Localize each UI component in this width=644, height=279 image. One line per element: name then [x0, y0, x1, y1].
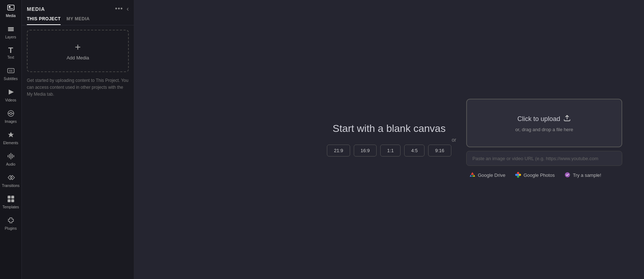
media-hint-text: Get started by uploading content to This… [27, 77, 129, 98]
plugins-icon [7, 216, 15, 225]
add-media-label: Add Media [66, 55, 89, 61]
svg-rect-0 [8, 5, 14, 10]
svg-point-18 [517, 172, 519, 174]
sidebar-label-layers: Layers [5, 35, 16, 39]
canvas-ratios: 21:9 16:9 1:1 4:5 9:16 [327, 145, 451, 157]
elements-icon [7, 131, 15, 140]
sidebar-item-transitions[interactable]: Transitions [0, 170, 21, 191]
sidebar-label-images: Images [5, 120, 17, 124]
svg-point-21 [515, 174, 517, 176]
svg-rect-3 [8, 27, 14, 28]
google-drive-icon [469, 172, 476, 178]
svg-text:CC: CC [9, 70, 12, 72]
drag-drop-text: or, drag and drop a file here [515, 127, 573, 132]
google-photos-icon [515, 172, 521, 178]
sidebar-item-audio[interactable]: Audio [0, 149, 21, 170]
videos-icon [7, 88, 15, 97]
subtitles-icon: CC [7, 67, 15, 76]
upload-options: Google Drive Google Photos [466, 170, 622, 180]
try-sample-icon [564, 172, 571, 178]
svg-rect-14 [11, 196, 14, 199]
click-to-upload-label: Click to upload [517, 115, 560, 123]
sidebar-label-elements: Elements [3, 141, 19, 145]
media-panel-body: + Add Media Get started by uploading con… [22, 30, 134, 279]
tab-this-project[interactable]: THIS PROJECT [27, 16, 61, 25]
images-icon [7, 109, 15, 118]
sidebar-label-videos: Videos [5, 98, 16, 102]
sidebar-item-elements[interactable]: Elements [0, 127, 21, 149]
upload-panel: or Click to upload or, drag and drop a f… [466, 99, 622, 180]
google-photos-button[interactable]: Google Photos [512, 170, 558, 180]
sidebar-label-templates: Templates [3, 205, 19, 209]
google-drive-label: Google Drive [478, 172, 505, 178]
svg-rect-16 [11, 199, 14, 202]
media-icon [7, 4, 15, 13]
ratio-16-9[interactable]: 16:9 [354, 145, 377, 157]
sidebar-item-media[interactable]: Media [0, 0, 21, 21]
ratio-4-5[interactable]: 4:5 [404, 145, 424, 157]
ratio-9-16[interactable]: 9:16 [428, 145, 451, 157]
upload-click-text: Click to upload [517, 114, 571, 124]
layers-icon [7, 25, 15, 34]
upload-icon [563, 114, 571, 124]
svg-point-19 [519, 174, 521, 176]
text-icon: T [8, 46, 13, 54]
media-panel-header: MEDIA ••• ‹ [22, 0, 134, 16]
try-sample-label: Try a sample! [573, 172, 601, 178]
templates-icon [7, 195, 15, 204]
main-area: Start with a blank canvas 21:9 16:9 1:1 … [134, 0, 644, 279]
add-media-plus-icon: + [75, 41, 81, 53]
collapse-panel-button[interactable]: ‹ [127, 5, 129, 13]
sidebar-label-text: Text [7, 55, 14, 59]
upload-drop-zone[interactable]: Click to upload or, drag and drop a file… [466, 99, 622, 147]
sidebar-label-transitions: Transitions [2, 184, 20, 188]
sidebar-label-subtitles: Subtitles [4, 77, 17, 81]
svg-rect-4 [8, 29, 14, 30]
svg-point-20 [517, 176, 519, 178]
media-panel-title: MEDIA [27, 6, 45, 12]
audio-icon [7, 152, 15, 161]
svg-rect-2 [9, 8, 13, 9]
try-sample-button[interactable]: Try a sample! [561, 170, 604, 180]
svg-rect-5 [8, 30, 14, 31]
media-tabs: THIS PROJECT MY MEDIA [22, 16, 134, 25]
sidebar-item-text[interactable]: T Text [0, 43, 21, 63]
transitions-icon [7, 174, 15, 183]
google-photos-label: Google Photos [524, 172, 555, 178]
add-media-button[interactable]: + Add Media [27, 30, 129, 72]
svg-rect-15 [8, 199, 11, 202]
more-options-button[interactable]: ••• [115, 5, 123, 13]
icon-sidebar: Media Layers T Text CC Subtitles [0, 0, 22, 279]
sidebar-label-media: Media [6, 14, 16, 18]
svg-rect-13 [8, 196, 11, 199]
svg-rect-1 [9, 6, 11, 8]
tab-my-media[interactable]: MY MEDIA [66, 16, 90, 25]
sidebar-item-images[interactable]: Images [0, 106, 21, 127]
ratio-1-1[interactable]: 1:1 [380, 145, 401, 157]
sidebar-item-plugins[interactable]: Plugins [0, 213, 21, 234]
media-panel: MEDIA ••• ‹ THIS PROJECT MY MEDIA + Add … [22, 0, 134, 279]
sidebar-item-videos[interactable]: Videos [0, 84, 21, 106]
url-input[interactable] [466, 151, 622, 166]
or-text: or [452, 137, 456, 142]
ratio-21-9[interactable]: 21:9 [327, 145, 350, 157]
sidebar-item-layers[interactable]: Layers [0, 21, 21, 43]
sidebar-item-subtitles[interactable]: CC Subtitles [0, 63, 21, 84]
sidebar-label-plugins: Plugins [5, 226, 17, 230]
canvas-title: Start with a blank canvas [333, 123, 446, 134]
google-drive-button[interactable]: Google Drive [466, 170, 508, 180]
svg-marker-8 [9, 89, 14, 95]
sidebar-item-templates[interactable]: Templates [0, 191, 21, 213]
svg-point-10 [10, 112, 12, 114]
sidebar-label-audio: Audio [6, 162, 16, 166]
